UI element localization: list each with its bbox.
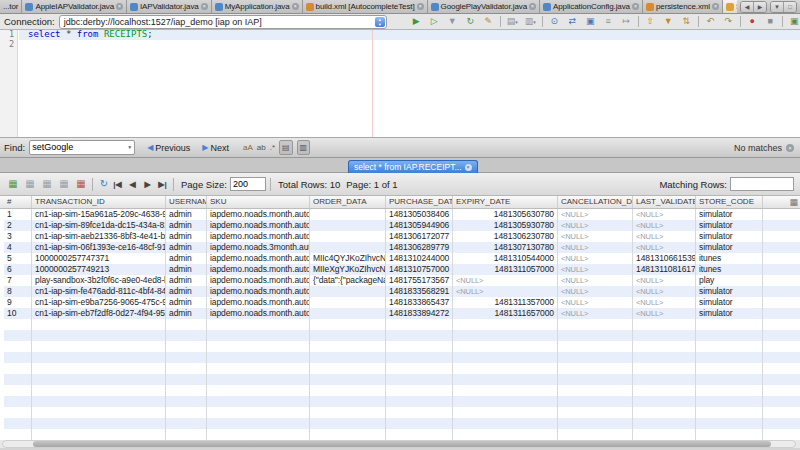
delete-record-icon[interactable]: ▦ (23, 174, 37, 194)
grid-cell[interactable]: admin (166, 275, 207, 286)
grid-cell[interactable]: admin (166, 231, 207, 242)
stack-view-icon[interactable]: ≡ (601, 15, 616, 28)
truncate-table-icon[interactable]: ▦ (74, 174, 88, 194)
column-header[interactable]: SKU (207, 196, 310, 208)
find-previous-button[interactable]: ◀ Previous (147, 143, 190, 153)
grid-cell[interactable]: 1481305630780 (453, 209, 558, 220)
deploy-icon[interactable]: ▣ (787, 15, 800, 28)
find-input[interactable] (32, 141, 120, 152)
code-line[interactable] (19, 40, 800, 50)
grid-cell[interactable]: 1000000257749213 (32, 264, 166, 275)
connection-combo[interactable]: jdbc:derby://localhost:1527/iap_demo [ia… (59, 15, 387, 29)
close-tab-icon[interactable]: × (417, 3, 424, 10)
table-row[interactable]: 4cn1-iap-sim-06f1393e-ce16-48cf-91...adm… (4, 242, 800, 253)
grid-cell[interactable]: iapdemo.noads.month.auto (207, 231, 310, 242)
editor-code[interactable]: select * from RECEIPTS; (19, 30, 800, 137)
grid-cell[interactable]: iapdemo.noads.month.auto (207, 209, 310, 220)
grid-cell[interactable]: 1481306289779 (386, 242, 453, 253)
grid-cell[interactable]: cn1-iap-sim-89fce1da-dc15-434a-81... (32, 220, 166, 231)
grid-cell[interactable]: admin (166, 308, 207, 319)
column-header[interactable]: # (4, 196, 32, 208)
grid-cell[interactable]: cn1-iap-sim-aeb21336-8bf3-4e41-b... (32, 231, 166, 242)
column-header[interactable]: LAST_VALIDATED (633, 196, 696, 208)
grid-cell[interactable] (310, 220, 386, 231)
column-header[interactable]: STORE_CODE (696, 196, 763, 208)
grid-cell[interactable]: <NULL> (558, 286, 633, 297)
grid-cell[interactable]: 1481310544000 (453, 253, 558, 264)
redo-icon[interactable]: ↷ (721, 15, 736, 28)
maximize-window-icon[interactable]: □ (784, 2, 796, 12)
grid-cell[interactable]: <NULL> (633, 275, 696, 286)
regex-icon[interactable]: .* (270, 141, 275, 154)
dropdown-arrow-icon[interactable]: ▾ (533, 19, 536, 25)
grid-cell[interactable]: simulator (696, 231, 763, 242)
grid-cell[interactable]: 1481833894272 (386, 308, 453, 319)
column-header[interactable]: CANCELLATION_DATE (558, 196, 633, 208)
grid-cell[interactable] (310, 308, 386, 319)
highlight-results-icon[interactable]: ▤ (279, 140, 293, 155)
grid-cell[interactable]: admin (166, 253, 207, 264)
whole-word-icon[interactable]: ab (257, 141, 266, 154)
close-results-tab-icon[interactable]: × (465, 164, 472, 171)
edit-record-icon[interactable]: ▦ (40, 174, 54, 194)
close-find-icon[interactable]: × (786, 144, 794, 152)
column-header[interactable]: PURCHASE_DATE (386, 196, 453, 208)
column-header[interactable]: TRANSACTION_ID (32, 196, 166, 208)
last-page-icon[interactable]: ▶| (156, 180, 169, 189)
grid-cell[interactable]: 1481311357000 (453, 297, 558, 308)
grid-cell[interactable] (310, 209, 386, 220)
grid-cell[interactable]: simulator (696, 286, 763, 297)
open-file-icon[interactable]: ▥▾ (523, 15, 538, 28)
table-row[interactable]: 7play-sandbox-3b2f0f6c-a9e0-4ed8-b...adm… (4, 275, 800, 286)
table-row[interactable]: 10cn1-iap-sim-eb7f2df8-0d27-4f94-95...ad… (4, 308, 800, 319)
grid-cell[interactable]: 1481310757000 (386, 264, 453, 275)
grid-cell[interactable] (310, 231, 386, 242)
toggle-bookmark-icon[interactable]: ⇅ (679, 15, 694, 28)
grid-cell[interactable]: play-sandbox-3b2f0f6c-a9e0-4ed8-b... (32, 275, 166, 286)
match-case-icon[interactable]: aA (243, 141, 253, 154)
grid-cell[interactable]: 1481310244000 (386, 253, 453, 264)
refresh-connection-icon[interactable]: ↻ (463, 15, 478, 28)
grid-cell[interactable]: <NULL> (633, 220, 696, 231)
editor-tab[interactable]: persistence.xml× (643, 0, 723, 13)
results-tab[interactable]: select * from IAP.RECEIPT... × (348, 160, 478, 173)
grid-cell[interactable] (310, 286, 386, 297)
scrollbar-thumb[interactable] (33, 441, 771, 447)
grid-cell[interactable]: <NULL> (558, 308, 633, 319)
run-sql-icon[interactable]: ▶ (409, 15, 424, 28)
next-page-icon[interactable]: ▶ (141, 180, 154, 189)
grid-cell[interactable]: 8 (4, 286, 32, 297)
table-row[interactable]: 2cn1-iap-sim-89fce1da-dc15-434a-81...adm… (4, 220, 800, 231)
find-dropdown-icon[interactable]: ▼ (127, 144, 132, 150)
close-tab-icon[interactable]: × (292, 3, 299, 10)
grid-cell[interactable]: {"data":{"packageNam... (310, 275, 386, 286)
grid-cell[interactable]: simulator (696, 308, 763, 319)
column-header[interactable]: ORDER_DATA (310, 196, 386, 208)
previous-page-icon[interactable]: ◀ (126, 180, 139, 189)
grid-cell[interactable]: 6 (4, 264, 32, 275)
scroll-tabs-right-icon[interactable]: ▶ (754, 2, 766, 12)
grid-cell[interactable]: cn1-iap-sim-06f1393e-ce16-48cf-91... (32, 242, 166, 253)
grid-cell[interactable]: MIIc4QYJKoZIhvcNAQc... (310, 253, 386, 264)
grid-cell[interactable]: itunes (696, 264, 763, 275)
run-statement-icon[interactable]: ▷ (427, 15, 442, 28)
grid-cell[interactable]: <NULL> (558, 297, 633, 308)
grid-cell[interactable]: <NULL> (558, 242, 633, 253)
search-icon[interactable]: ⊙ (547, 15, 562, 28)
grid-cell[interactable]: iapdemo.noads.month.auto (207, 286, 310, 297)
grid-cell[interactable]: simulator (696, 242, 763, 253)
copy-icon[interactable]: ▣ (583, 15, 598, 28)
grid-cell[interactable]: iapdemo.noads.month.auto (207, 264, 310, 275)
grid-cell[interactable]: <NULL> (633, 231, 696, 242)
grid-cell[interactable]: <NULL> (453, 286, 558, 297)
edit-document-icon[interactable]: ✎ (481, 15, 496, 28)
grid-cell[interactable]: <NULL> (453, 275, 558, 286)
grid-cell[interactable]: admin (166, 242, 207, 253)
grid-cell[interactable]: itunes (696, 253, 763, 264)
table-row[interactable]: 51000000257747371adminiapdemo.noads.mont… (4, 253, 800, 264)
export-icon[interactable]: ↦ (619, 15, 634, 28)
grid-cell[interactable]: 1481311657000 (453, 308, 558, 319)
grid-cell[interactable]: 5 (4, 253, 32, 264)
sql-filter-icon[interactable]: ▼ (445, 15, 460, 28)
grid-cell[interactable]: <NULL> (633, 297, 696, 308)
